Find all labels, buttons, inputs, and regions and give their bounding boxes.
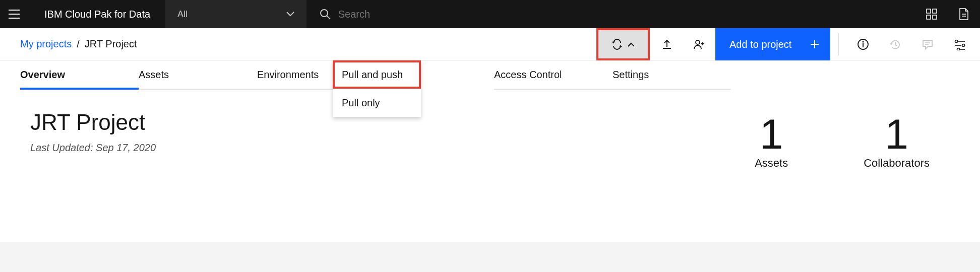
search-icon [316,8,335,20]
comments-button[interactable] [911,38,944,50]
add-to-project-label: Add to project [729,39,791,50]
breadcrumb: My projects / JRT Project [20,38,137,50]
tune-icon [954,38,966,50]
grid-icon [926,9,937,20]
breadcrumb-separator: / [77,38,80,50]
svg-rect-0 [9,10,20,11]
hamburger-icon [9,10,20,19]
document-button[interactable] [948,0,980,28]
svg-rect-5 [927,9,931,13]
document-icon [959,8,969,20]
svg-point-3 [321,10,328,17]
footer-strip [0,242,980,272]
project-tabs: Overview Assets Environments Access Cont… [0,60,980,90]
svg-line-4 [327,16,330,19]
info-button[interactable] [847,38,879,50]
global-filter-dropdown[interactable]: All [165,0,307,28]
svg-rect-8 [933,15,937,19]
svg-rect-2 [9,18,20,19]
sync-option-pull-and-push[interactable]: Pull and push [333,60,421,89]
sync-dropdown-button[interactable] [596,28,650,60]
overview-content: JRT Project Last Updated: Sep 17, 2020 1… [0,90,980,190]
tab-access-control[interactable]: Access Control [494,69,612,90]
history-icon [889,38,901,50]
upload-icon [661,39,672,50]
svg-point-11 [696,40,700,44]
project-last-updated: Last Updated: Sep 17, 2020 [30,142,156,154]
tab-overview[interactable]: Overview [20,69,139,90]
more-settings-button[interactable] [944,38,976,50]
apps-button[interactable] [915,0,948,28]
sub-actions: Add to project [596,28,980,60]
stat-collaborators: 1 Collaborators [864,110,930,170]
chevron-up-icon [628,42,635,47]
sync-dropdown-menu: Pull and push Pull only [333,60,421,117]
global-search[interactable] [307,0,915,28]
top-bar: IBM Cloud Pak for Data All [0,0,980,28]
stat-assets-label: Assets [755,157,788,170]
breadcrumb-current: JRT Project [85,38,137,50]
svg-rect-1 [9,14,20,15]
project-stats: 1 Assets 1 Collaborators [755,110,930,170]
hamburger-menu-button[interactable] [0,0,28,28]
right-icon-group [847,28,980,60]
stat-collab-label: Collaborators [864,157,930,170]
breadcrumb-root-link[interactable]: My projects [20,38,72,50]
tab-assets[interactable]: Assets [139,69,257,90]
sub-bar: My projects / JRT Project [0,28,980,60]
tab-settings[interactable]: Settings [612,69,731,90]
upload-button[interactable] [651,28,683,60]
search-input[interactable] [335,9,906,20]
sync-icon [611,39,623,50]
stat-collab-count: 1 [864,110,930,159]
history-button[interactable] [879,38,911,50]
chevron-down-icon [286,12,294,17]
chat-icon [922,38,934,50]
user-plus-icon [693,39,705,50]
filter-label: All [177,9,188,20]
info-icon [857,38,869,50]
divider [838,33,839,55]
brand-title: IBM Cloud Pak for Data [28,9,165,20]
svg-rect-7 [927,15,931,19]
svg-rect-14 [863,43,864,47]
add-collaborator-button[interactable] [683,28,715,60]
project-heading: JRT Project Last Updated: Sep 17, 2020 [30,110,156,154]
add-to-project-button[interactable]: Add to project [715,28,830,60]
svg-point-19 [962,44,965,47]
plus-icon [810,40,819,49]
svg-point-21 [957,48,960,51]
stat-assets: 1 Assets [755,110,788,170]
project-title: JRT Project [30,110,156,135]
sync-option-pull-only[interactable]: Pull only [333,89,421,117]
svg-point-13 [863,41,864,43]
svg-rect-6 [933,9,937,13]
stat-assets-count: 1 [755,110,788,159]
top-right-buttons [915,0,980,28]
svg-point-17 [955,40,958,43]
